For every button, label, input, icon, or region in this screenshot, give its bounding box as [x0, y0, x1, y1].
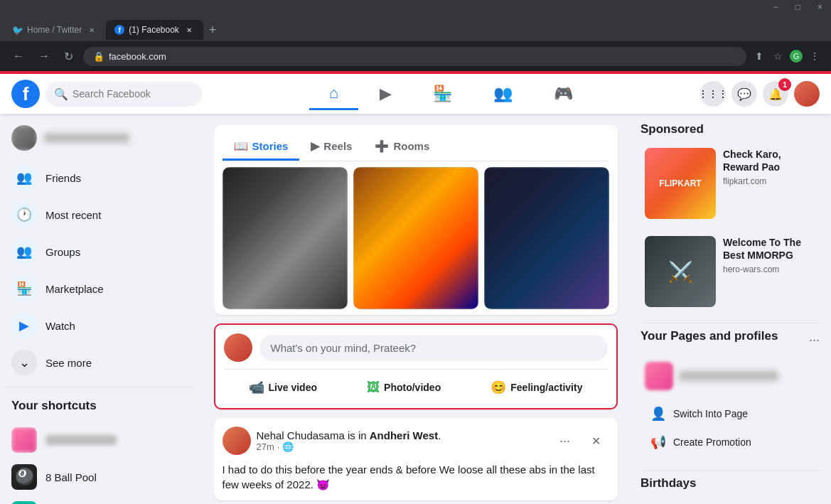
pages-section-header: Your Pages and profiles ··· [640, 329, 822, 350]
sidebar-recent-label: Most recent [45, 209, 101, 221]
sidebar-shortcut-airline[interactable]: ✈ Airline Manager 4 [6, 495, 193, 504]
nav-marketplace[interactable]: 🏪 [413, 79, 472, 109]
sidebar-item-groups[interactable]: 👥 Groups [6, 233, 193, 270]
more-button[interactable]: ⋮ [807, 48, 822, 65]
page-avatar [645, 362, 673, 390]
sidebar-item-most-recent[interactable]: 🕐 Most recent [6, 196, 193, 233]
flipkart-ad-image: FLIPKART [645, 148, 716, 219]
author-text: Nehal Chudasama [257, 429, 345, 441]
post-menu-button[interactable]: ··· [552, 428, 578, 454]
photo-video-button[interactable]: 🖼 Photo/video [358, 376, 449, 400]
bookmark-button[interactable]: ☆ [771, 48, 786, 65]
sidebar-shortcut-blurred[interactable] [6, 422, 193, 459]
twitter-tab-close[interactable]: ✕ [86, 24, 97, 36]
search-input[interactable] [73, 88, 193, 100]
sidebar-item-see-more[interactable]: ⌄ See more [6, 344, 193, 381]
notifications-button[interactable]: 🔔 1 [763, 81, 788, 107]
sidebar-item-friends[interactable]: 👥 Friends [6, 159, 193, 196]
browser-tab-twitter[interactable]: 🐦 Home / Twitter ✕ [4, 20, 106, 40]
forward-button[interactable]: → [34, 47, 54, 65]
birthday-item: 🎁 Nitish Badoni's birthday is today. [640, 498, 822, 504]
story-image-1 [223, 167, 348, 309]
minimize-button[interactable]: − [771, 2, 781, 12]
photo-video-label: Photo/video [384, 382, 441, 393]
user-avatar[interactable] [794, 81, 820, 107]
story-card-3[interactable] [484, 167, 609, 309]
main-navigation: ⌂ ▶ 🏪 👥 🎮 [208, 78, 695, 110]
story-card-1[interactable] [223, 167, 348, 309]
messenger-button[interactable]: 💬 [731, 81, 757, 107]
live-video-button[interactable]: 📹 Live video [240, 375, 326, 400]
live-video-label: Live video [269, 382, 317, 393]
close-button[interactable]: × [815, 2, 825, 12]
browser-tabs-bar: 🐦 Home / Twitter ✕ f (1) Facebook ✕ + [0, 14, 831, 41]
pages-section-title: Your Pages and profiles [640, 329, 778, 343]
nav-groups[interactable]: 👥 [473, 79, 532, 109]
browser-tab-facebook[interactable]: f (1) Facebook ✕ [106, 20, 203, 40]
sidebar-item-watch[interactable]: ▶ Watch [6, 307, 193, 344]
maximize-button[interactable]: □ [793, 2, 803, 12]
watch-sidebar-icon: ▶ [11, 313, 37, 338]
post-time-text: 27m [257, 441, 274, 452]
tab-reels[interactable]: ▶ Reels [299, 134, 363, 161]
pages-more-button[interactable]: ··· [806, 330, 822, 350]
post-emoji: 😈 [316, 478, 330, 490]
tab-stories[interactable]: 📖 Stories [223, 134, 300, 161]
see-more-icon: ⌄ [11, 350, 37, 375]
your-pages-section: Your Pages and profiles ··· 👤 Switch Int… [640, 329, 822, 459]
post-header: Nehal Chudasama is in Andheri West. 27m … [223, 427, 609, 455]
sponsored-title: Sponsored [640, 122, 822, 136]
post-action-buttons: 📹 Live video 🖼 Photo/video 😊 Feeling/act… [224, 369, 608, 400]
privacy-icon: 🌐 [282, 441, 294, 452]
flipkart-ad-domain: flipkart.com [723, 176, 818, 186]
ad-flipkart[interactable]: FLIPKART Check Karo, Reward Pao flipkart… [640, 144, 822, 223]
news-feed: 📖 Stories ▶ Reels ➕ Rooms [203, 114, 629, 504]
new-tab-button[interactable]: + [203, 21, 223, 39]
stories-tab-icon: 📖 [234, 139, 248, 153]
address-bar[interactable]: 🔒 facebook.com [83, 47, 746, 66]
post-meta: Nehal Chudasama is in Andheri West. 27m … [257, 429, 547, 452]
post-close-button[interactable]: ✕ [584, 428, 609, 454]
facebook-header: f 🔍 ⌂ ▶ 🏪 👥 🎮 ⋮⋮⋮ [0, 74, 831, 114]
flipkart-ad-text: FLIPKART [656, 176, 704, 191]
sidebar-profile-name [44, 133, 129, 143]
tab-rooms[interactable]: ➕ Rooms [363, 134, 441, 161]
nav-gaming[interactable]: 🎮 [534, 79, 593, 109]
8ball-icon: 🎱 [11, 464, 37, 490]
right-sidebar-divider-1 [640, 323, 822, 323]
story-card-2[interactable] [353, 167, 478, 309]
post-author-image [223, 427, 251, 455]
facebook-logo[interactable]: f [11, 80, 40, 108]
post-timestamp: 27m · 🌐 [257, 441, 547, 452]
post-location-text: is in [348, 429, 370, 441]
reels-tab-icon: ▶ [311, 139, 319, 153]
create-promotion-button[interactable]: 📢 Create Promotion [645, 430, 818, 454]
story-image-3 [484, 167, 609, 309]
hero-wars-ad-visual: ⚔️ [645, 236, 716, 307]
feeling-icon: 😊 [490, 380, 506, 395]
post-input-field[interactable]: What's on your mind, Prateek? [259, 335, 608, 361]
facebook-tab-close[interactable]: ✕ [183, 24, 195, 36]
post-text-content: I had to do this before the year ends & … [223, 462, 609, 492]
switch-into-page-button[interactable]: 👤 Switch Into Page [645, 402, 818, 426]
hero-wars-ad-domain: hero-wars.com [723, 264, 818, 274]
search-bar[interactable]: 🔍 [45, 82, 202, 107]
back-button[interactable]: ← [9, 47, 28, 65]
sidebar-item-marketplace[interactable]: 🏪 Marketplace [6, 270, 193, 307]
lock-icon: 🔒 [93, 51, 104, 62]
nav-watch[interactable]: ▶ [360, 79, 412, 109]
share-button[interactable]: ⬆ [752, 48, 766, 65]
sidebar-shortcut-8ball[interactable]: 🎱 8 Ball Pool [6, 459, 193, 495]
page-name [679, 371, 778, 381]
ad-hero-wars[interactable]: ⚔️ Welcome To The Best MMORPG hero-wars.… [640, 232, 822, 311]
extensions-button[interactable]: G [790, 50, 803, 63]
sidebar-profile[interactable] [6, 119, 193, 156]
stories-tabs-header: 📖 Stories ▶ Reels ➕ Rooms [223, 134, 609, 161]
sidebar-watch-label: Watch [45, 320, 75, 332]
refresh-button[interactable]: ↻ [60, 47, 77, 66]
nav-home[interactable]: ⌂ [309, 78, 358, 110]
feeling-button[interactable]: 😊 Feeling/activity [482, 375, 591, 400]
airline-icon: ✈ [11, 501, 37, 504]
apps-button[interactable]: ⋮⋮⋮ [700, 81, 726, 107]
feeling-label: Feeling/activity [510, 382, 582, 393]
